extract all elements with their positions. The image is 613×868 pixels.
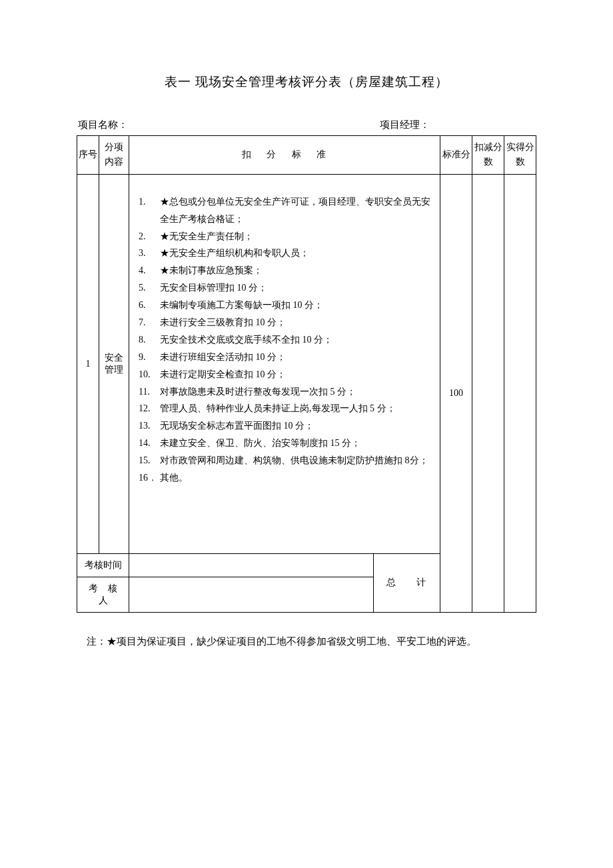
- list-item: 4.★未制订事故应急预案；: [139, 262, 430, 279]
- list-item: 13.无现场安全标志布置平面图扣 10 分；: [139, 417, 430, 435]
- list-item: 8.无安全技术交底或交底手续不全扣 10 分；: [139, 331, 430, 349]
- list-item: 14.未建立安全、保卫、防火、治安等制度扣 15 分；: [139, 435, 430, 452]
- list-item: 5.无安全目标管理扣 10 分；: [139, 279, 430, 297]
- footnote: 注：★项目为保证项目，缺少保证项目的工地不得参加省级文明工地、平安工地的评选。: [77, 634, 536, 649]
- col-standard-header: 标准分: [440, 136, 472, 175]
- list-item: 10.未进行定期安全检查扣 10 分；: [139, 366, 430, 383]
- list-item: 6.未编制专项施工方案每缺一项扣 10 分；: [139, 297, 430, 314]
- table-header-row: 序号 分项内容 扣 分 标 准 标准分 扣减分数 实得分数: [77, 136, 536, 175]
- row-seq: 1: [77, 174, 99, 553]
- assess-time-label: 考核时间: [77, 553, 129, 577]
- row-category: 安全管理: [99, 174, 129, 553]
- assessor-value: [129, 577, 374, 612]
- list-item: 15.对市政管网和周边建、构筑物、供电设施未制定防护措施扣 8分；: [139, 452, 430, 469]
- col-actual-header: 实得分数: [504, 136, 536, 175]
- list-item: 16．其他。: [139, 469, 430, 487]
- row-criteria: 1.★总包或分包单位无安全生产许可证，项目经理、专职安全员无安全生产考核合格证；…: [129, 174, 440, 553]
- list-item: 1.★总包或分包单位无安全生产许可证，项目经理、专职安全员无安全生产考核合格证；: [139, 193, 430, 228]
- project-name-label: 项目名称：: [78, 119, 233, 131]
- assessor-label: 考 核 人: [77, 577, 129, 612]
- list-item: 7.未进行安全三级教育扣 10 分；: [139, 314, 430, 331]
- criteria-list: 1.★总包或分包单位无安全生产许可证，项目经理、专职安全员无安全生产考核合格证；…: [139, 193, 430, 487]
- list-item: 12.管理人员、特种作业人员未持证上岗,每发现一人扣 5 分；: [139, 400, 430, 417]
- list-item: 3.★无安全生产组织机构和专职人员；: [139, 245, 430, 262]
- total-label: 总 计: [374, 553, 440, 612]
- list-item: 2.★无安全生产责任制；: [139, 228, 430, 245]
- page-title: 表一 现场安全管理考核评分表（房屋建筑工程）: [77, 73, 536, 91]
- col-deduction-header: 扣减分数: [472, 136, 504, 175]
- col-criteria-header: 扣 分 标 准: [129, 136, 440, 175]
- list-item: 9.未进行班组安全活动扣 10 分；: [139, 349, 430, 366]
- assess-time-value: [129, 553, 374, 577]
- standard-score: 100: [440, 174, 472, 612]
- scoring-table: 序号 分项内容 扣 分 标 准 标准分 扣减分数 实得分数 1 安全管理 1.★…: [77, 135, 536, 613]
- deduction-score: [472, 174, 504, 612]
- col-category-header: 分项内容: [99, 136, 129, 175]
- table-row: 1 安全管理 1.★总包或分包单位无安全生产许可证，项目经理、专职安全员无安全生…: [77, 174, 536, 553]
- list-item: 11.对事故隐患未及时进行整改每发现一次扣 5 分；: [139, 383, 430, 401]
- project-manager-label: 项目经理：: [233, 119, 535, 131]
- col-seq-header: 序号: [77, 136, 99, 175]
- header-row: 项目名称： 项目经理：: [77, 119, 536, 131]
- actual-score: [504, 174, 536, 612]
